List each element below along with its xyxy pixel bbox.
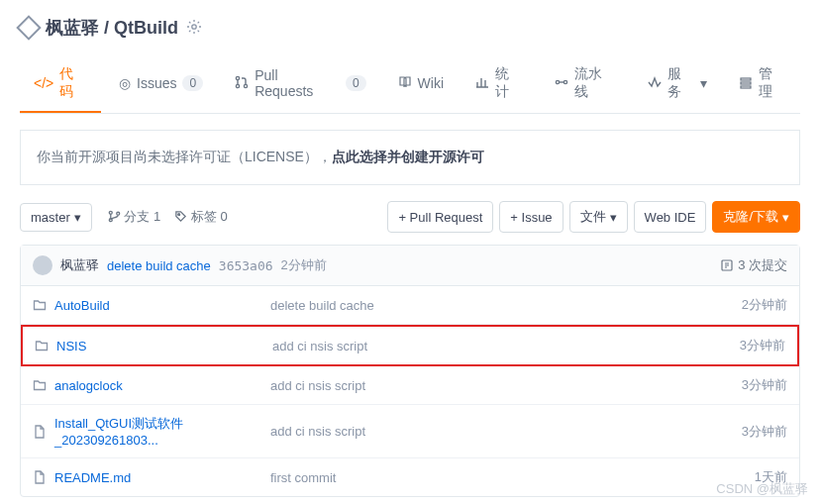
folder-icon: [33, 298, 47, 312]
file-row: README.mdfirst commit1天前: [21, 458, 799, 496]
latest-commit-row: 枫蓝驿 delete build cache 3653a06 2分钟前 3 次提…: [21, 246, 799, 286]
branch-select[interactable]: master ▾: [20, 203, 92, 232]
file-name[interactable]: Install_QtGUI测试软件_202309261803...: [33, 415, 270, 448]
file-name[interactable]: README.md: [33, 470, 270, 485]
file-icon: [33, 470, 47, 484]
file-commit-msg[interactable]: add ci nsis script: [272, 339, 740, 353]
svg-point-0: [192, 24, 196, 28]
repo-icon: [16, 15, 41, 40]
code-icon: </>: [34, 75, 53, 91]
services-icon: [648, 75, 662, 92]
chevron-down-icon: ▾: [74, 210, 81, 225]
branches-link[interactable]: 分支 1: [108, 208, 160, 226]
svg-point-4: [556, 80, 559, 83]
file-time: 3分钟前: [740, 337, 785, 354]
svg-point-1: [237, 76, 240, 79]
repo-owner[interactable]: 枫蓝驿: [46, 18, 99, 38]
chevron-down-icon: ▾: [782, 210, 789, 225]
commit-author[interactable]: 枫蓝驿: [60, 256, 99, 274]
tab-pipeline[interactable]: 流水线: [541, 55, 630, 113]
file-table: 枫蓝驿 delete build cache 3653a06 2分钟前 3 次提…: [20, 245, 800, 497]
file-row: NSISadd ci nsis script3分钟前: [21, 325, 799, 366]
file-name[interactable]: NSIS: [35, 339, 272, 353]
file-commit-msg[interactable]: add ci nsis script: [270, 378, 742, 393]
branch-info: 分支 1 标签 0: [108, 208, 228, 226]
svg-point-3: [245, 84, 248, 87]
issues-badge: 0: [182, 75, 203, 91]
repo-header: 枫蓝驿 / QtBuild: [20, 16, 800, 40]
license-notice: 你当前开源项目尚未选择许可证（LICENSE），点此选择并创建开源许可: [20, 130, 800, 185]
issues-icon: ◎: [119, 75, 131, 91]
wiki-icon: [398, 75, 412, 92]
chevron-down-icon: ▾: [610, 210, 617, 225]
file-time: 3分钟前: [742, 423, 787, 441]
tab-services[interactable]: 服务 ▾: [634, 55, 722, 113]
tab-pull-requests[interactable]: Pull Requests 0: [221, 55, 379, 113]
repo-title[interactable]: 枫蓝驿 / QtBuild: [46, 16, 178, 40]
file-row: Install_QtGUI测试软件_202309261803...add ci …: [21, 405, 799, 458]
web-ide-button[interactable]: Web IDE: [634, 201, 707, 233]
file-button[interactable]: 文件 ▾: [569, 201, 628, 233]
file-time: 3分钟前: [742, 376, 787, 394]
svg-point-11: [116, 212, 119, 215]
toolbar: master ▾ 分支 1 标签 0 + Pull Request + Issu…: [20, 201, 800, 233]
file-icon: [33, 425, 47, 439]
commit-sha[interactable]: 3653a06: [219, 258, 273, 273]
clone-download-button[interactable]: 克隆/下载 ▾: [712, 201, 800, 233]
file-name[interactable]: analogclock: [33, 378, 270, 393]
tab-stats[interactable]: 统计: [461, 55, 537, 113]
commit-count[interactable]: 3 次提交: [720, 256, 787, 274]
chevron-down-icon: ▾: [700, 75, 707, 91]
pr-icon: [235, 75, 249, 92]
tags-link[interactable]: 标签 0: [174, 208, 227, 226]
repo-name[interactable]: QtBuild: [114, 18, 178, 38]
commit-time: 2分钟前: [281, 256, 327, 274]
svg-rect-6: [741, 78, 751, 80]
gear-icon[interactable]: [186, 19, 202, 38]
svg-point-2: [237, 84, 240, 87]
tab-issues[interactable]: ◎ Issues 0: [105, 55, 217, 113]
file-commit-msg[interactable]: delete build cache: [270, 298, 742, 313]
manage-icon: [739, 75, 753, 92]
svg-point-5: [564, 80, 566, 83]
file-row: AutoBuilddelete build cache2分钟前: [21, 286, 799, 325]
folder-icon: [35, 339, 49, 353]
watermark: CSDN @枫蓝驿: [716, 480, 808, 498]
svg-rect-8: [741, 86, 751, 88]
pr-badge: 0: [346, 75, 366, 91]
pipeline-icon: [555, 75, 568, 92]
file-row: analogclockadd ci nsis script3分钟前: [21, 366, 799, 405]
folder-icon: [33, 378, 47, 392]
file-commit-msg[interactable]: add ci nsis script: [270, 424, 742, 439]
file-name[interactable]: AutoBuild: [33, 298, 270, 313]
tab-code[interactable]: </> 代码: [20, 55, 101, 113]
new-pr-button[interactable]: + Pull Request: [387, 201, 493, 233]
tab-manage[interactable]: 管理: [725, 55, 800, 113]
svg-rect-7: [741, 82, 751, 84]
svg-point-12: [178, 214, 180, 216]
file-time: 2分钟前: [742, 296, 787, 314]
svg-point-9: [109, 211, 112, 214]
stats-icon: [475, 75, 489, 92]
file-commit-msg[interactable]: first commit: [270, 470, 755, 485]
tab-wiki[interactable]: Wiki: [384, 55, 458, 113]
license-notice-link[interactable]: 点此选择并创建开源许可: [332, 149, 484, 164]
commit-message[interactable]: delete build cache: [107, 258, 211, 273]
tabs: </> 代码 ◎ Issues 0 Pull Requests 0 Wiki 统…: [20, 55, 800, 114]
new-issue-button[interactable]: + Issue: [499, 201, 563, 233]
avatar[interactable]: [33, 255, 52, 275]
